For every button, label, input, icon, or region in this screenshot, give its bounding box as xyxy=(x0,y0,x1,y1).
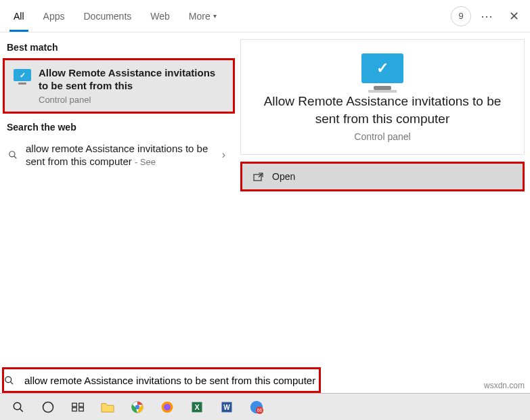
svg-rect-12 xyxy=(79,407,84,411)
preview-pane: ✓ Allow Remote Assistance invitations to… xyxy=(238,32,530,367)
chrome-icon[interactable] xyxy=(123,395,152,419)
preview-card: ✓ Allow Remote Assistance invitations to… xyxy=(240,39,525,155)
close-button[interactable]: ✕ xyxy=(502,9,526,24)
task-view-icon[interactable] xyxy=(64,395,92,419)
web-result[interactable]: allow remote Assistance invitations to b… xyxy=(0,137,238,174)
preview-icon: ✓ xyxy=(253,53,512,83)
search-input[interactable] xyxy=(24,369,319,391)
svg-line-5 xyxy=(10,381,13,384)
results-list: Best match ✓ Allow Remote Assistance inv… xyxy=(0,32,238,367)
topbar-right: 9 ⋯ ✕ xyxy=(451,6,526,26)
chevron-right-icon[interactable]: › xyxy=(218,149,229,161)
rewards-badge[interactable]: 9 xyxy=(451,6,471,26)
svg-text:X: X xyxy=(194,403,200,411)
svg-text:66: 66 xyxy=(257,408,263,413)
open-icon xyxy=(253,172,264,181)
svg-point-8 xyxy=(43,402,53,412)
tabs: All Apps Documents Web More ▾ xyxy=(4,0,226,32)
open-label: Open xyxy=(272,171,295,182)
app-badge-icon[interactable]: 66 xyxy=(242,395,271,419)
tab-more[interactable]: More ▾ xyxy=(179,0,226,32)
file-explorer-icon[interactable] xyxy=(93,395,122,419)
best-match-text: Allow Remote Assistance invitations to b… xyxy=(39,67,225,105)
tab-apps[interactable]: Apps xyxy=(34,0,74,32)
tab-documents[interactable]: Documents xyxy=(74,0,141,32)
search-icon xyxy=(8,150,20,160)
svg-rect-9 xyxy=(72,403,77,406)
taskbar: X W 66 xyxy=(0,393,530,420)
tab-web[interactable]: Web xyxy=(141,0,179,32)
firefox-icon[interactable] xyxy=(153,395,181,419)
word-icon[interactable]: W xyxy=(213,395,241,419)
tab-more-label: More xyxy=(189,11,211,22)
search-tabs-bar: All Apps Documents Web More ▾ 9 ⋯ ✕ xyxy=(0,0,530,32)
best-match-title: Allow Remote Assistance invitations to b… xyxy=(39,67,225,93)
web-result-text: allow remote Assistance invitations to b… xyxy=(26,142,213,168)
svg-text:W: W xyxy=(223,404,230,411)
svg-point-4 xyxy=(5,376,12,382)
best-match-subtitle: Control panel xyxy=(39,95,225,105)
chevron-down-icon: ▾ xyxy=(213,12,217,20)
excel-icon[interactable]: X xyxy=(183,395,211,419)
svg-point-0 xyxy=(9,151,15,157)
taskbar-search-icon[interactable] xyxy=(4,395,32,419)
svg-rect-11 xyxy=(72,407,77,411)
cortana-icon[interactable] xyxy=(34,395,62,419)
preview-subtitle: Control panel xyxy=(253,131,512,142)
tab-all[interactable]: All xyxy=(4,0,34,32)
web-result-query: allow remote Assistance invitations to b… xyxy=(26,143,208,168)
content: Best match ✓ Allow Remote Assistance inv… xyxy=(0,32,530,367)
search-bar xyxy=(2,367,321,393)
best-match-result[interactable]: ✓ Allow Remote Assistance invitations to… xyxy=(3,58,235,114)
control-panel-icon: ✓ xyxy=(13,68,32,82)
search-web-header: Search the web xyxy=(0,119,238,137)
search-icon xyxy=(4,375,24,386)
web-result-suffix: - See xyxy=(135,157,156,167)
svg-line-7 xyxy=(20,409,23,412)
svg-rect-10 xyxy=(79,403,84,406)
more-options-button[interactable]: ⋯ xyxy=(477,9,497,24)
open-action[interactable]: Open xyxy=(240,162,525,191)
svg-line-1 xyxy=(14,156,17,159)
svg-point-16 xyxy=(164,404,171,411)
svg-line-3 xyxy=(259,173,263,177)
preview-title: Allow Remote Assistance invitations to b… xyxy=(253,93,512,127)
best-match-header: Best match xyxy=(0,39,238,57)
svg-point-6 xyxy=(14,402,21,410)
watermark: wsxdn.com xyxy=(484,381,525,390)
